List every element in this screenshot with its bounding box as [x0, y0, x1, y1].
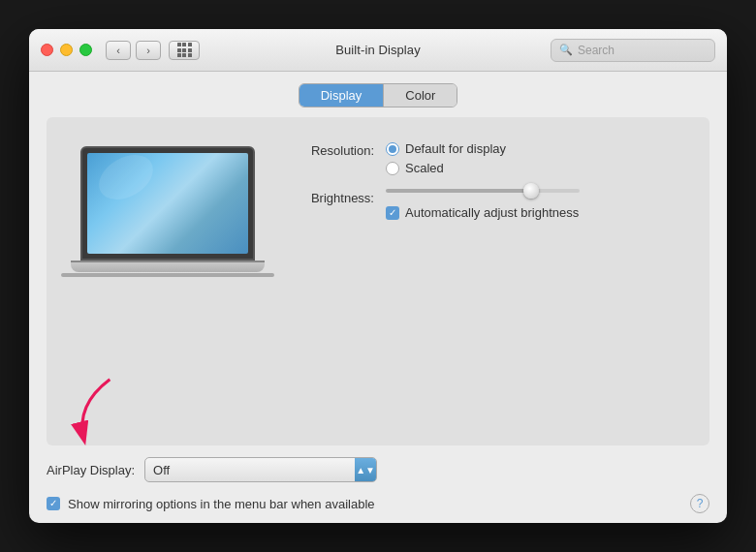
resolution-default-label: Default for display: [405, 141, 506, 156]
brightness-controls: ✓ Automatically adjust brightness: [386, 189, 580, 220]
laptop-screen-outer: [80, 146, 255, 261]
grid-view-button[interactable]: [169, 41, 200, 60]
auto-brightness-row: ✓ Automatically adjust brightness: [386, 205, 580, 220]
laptop-image: [76, 137, 260, 277]
mirroring-row: ✓ Show mirroring options in the menu bar…: [29, 494, 727, 523]
airplay-value: Off: [153, 463, 355, 477]
resolution-scaled-label: Scaled: [405, 161, 444, 175]
main-window: ‹ › Built-in Display 🔍 Display Color: [29, 29, 727, 523]
tabs-row: Display Color: [29, 72, 727, 117]
brightness-label: Brightness:: [289, 189, 386, 205]
forward-button[interactable]: ›: [136, 41, 161, 60]
auto-brightness-label: Automatically adjust brightness: [405, 205, 579, 220]
titlebar: ‹ › Built-in Display 🔍: [29, 29, 727, 72]
traffic-lights: [41, 44, 92, 56]
content-area: Display Color Resolution:: [29, 72, 727, 523]
laptop-foot: [61, 273, 274, 277]
resolution-label: Resolution:: [289, 141, 386, 158]
mirroring-checkmark-icon: ✓: [49, 499, 57, 508]
dropdown-arrow-icon: ▲▼: [355, 458, 376, 481]
tab-group: Display Color: [299, 83, 458, 107]
back-button[interactable]: ‹: [106, 41, 131, 60]
bottom-bar: AirPlay Display: Off ▲▼: [29, 445, 727, 494]
maximize-button[interactable]: [79, 44, 92, 56]
laptop-base: [71, 261, 265, 272]
main-panel: Resolution: Default for display Scaled: [47, 117, 709, 445]
auto-brightness-checkbox[interactable]: ✓: [386, 206, 399, 220]
resolution-controls: Default for display Scaled: [386, 141, 506, 175]
tab-color[interactable]: Color: [384, 84, 457, 107]
arrangement-label: AirPlay Display:: [47, 463, 135, 477]
resolution-option-scaled[interactable]: Scaled: [386, 161, 506, 175]
help-button[interactable]: ?: [690, 494, 709, 513]
laptop: [80, 146, 255, 277]
grid-icon: [177, 43, 192, 57]
window-title: Built-in Display: [335, 43, 421, 57]
tab-display[interactable]: Display: [299, 84, 385, 107]
nav-buttons: ‹ ›: [106, 41, 161, 60]
brightness-slider-thumb[interactable]: [523, 183, 539, 199]
minimize-button[interactable]: [60, 44, 73, 56]
close-button[interactable]: [41, 44, 53, 56]
radio-scaled[interactable]: [386, 162, 399, 175]
search-icon: 🔍: [559, 44, 573, 56]
brightness-row: Brightness: ✓ Automatically adjust brigh…: [289, 189, 680, 220]
mirroring-label: Show mirroring options in the menu bar w…: [68, 497, 375, 511]
chevron-icon: ▲▼: [356, 465, 375, 475]
search-box[interactable]: 🔍: [551, 39, 715, 62]
resolution-option-default[interactable]: Default for display: [386, 141, 506, 156]
laptop-screen-inner: [87, 153, 248, 254]
brightness-slider-track[interactable]: [386, 189, 580, 193]
radio-default[interactable]: [386, 142, 399, 156]
brightness-slider-row: [386, 189, 580, 193]
resolution-row: Resolution: Default for display Scaled: [289, 141, 680, 175]
search-input[interactable]: [578, 44, 707, 57]
airplay-dropdown[interactable]: Off ▲▼: [144, 457, 377, 482]
mirroring-checkbox[interactable]: ✓: [47, 497, 60, 510]
settings-panel: Resolution: Default for display Scaled: [289, 137, 680, 233]
checkmark-icon: ✓: [389, 208, 396, 218]
